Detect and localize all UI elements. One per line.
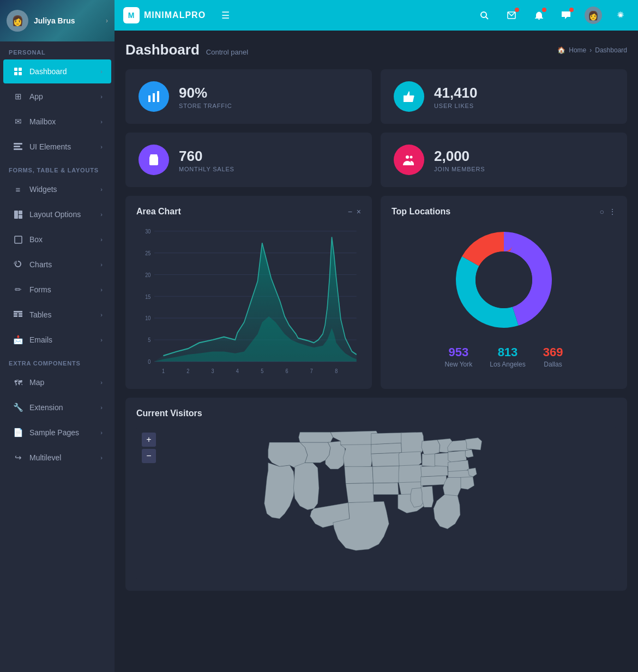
donut-chart-actions: ○ ⋮ <box>600 207 616 216</box>
settings-button[interactable] <box>612 7 629 24</box>
sidebar-item-forms[interactable]: ✏ Forms › <box>3 278 111 302</box>
more-icon[interactable]: ⋮ <box>609 207 616 216</box>
dashboard-icon <box>12 65 24 77</box>
brand-name: MINIMALPRO <box>144 10 206 20</box>
stat-grid: 90% STORE TRAFFIC 41,410 USER LIKES 76 <box>125 69 627 187</box>
legend-item-dallas: 369 Dallas <box>543 345 563 368</box>
chart-actions: − × <box>348 207 361 216</box>
svg-text:4: 4 <box>236 367 239 374</box>
sidebar-item-box[interactable]: Box › <box>3 227 111 251</box>
breadcrumb-home: Home <box>569 46 586 54</box>
sidebar-item-map[interactable]: 🗺 Map › <box>3 370 111 394</box>
sidebar-item-label: Tables <box>29 310 100 319</box>
chevron-right-icon: › <box>100 337 103 343</box>
extra-section-label: EXTRA COMPONENTS <box>0 352 115 370</box>
chevron-right-icon: › <box>100 93 103 100</box>
zoom-in-button[interactable]: + <box>142 433 156 447</box>
map-controls: + − <box>142 433 156 463</box>
svg-text:5: 5 <box>261 367 263 374</box>
stat-info: 41,410 USER LIKES <box>434 85 478 109</box>
sidebar-item-label: UI Elements <box>29 142 100 151</box>
multilevel-icon: ↪ <box>12 452 24 464</box>
svg-point-26 <box>410 156 413 159</box>
la-value: 813 <box>498 345 518 359</box>
stat-info: 760 MONTHLY SALES <box>179 148 234 172</box>
chat-button[interactable] <box>557 7 575 24</box>
brand: M MINIMALPRO <box>123 7 206 23</box>
svg-text:30: 30 <box>145 227 151 235</box>
sidebar-item-mailbox[interactable]: ✉ Mailbox › <box>3 110 111 134</box>
svg-line-17 <box>486 17 488 19</box>
page-title: Dashboard <box>125 41 200 58</box>
bell-button[interactable] <box>530 7 547 24</box>
stat-card-likes: 41,410 USER LIKES <box>381 69 627 124</box>
sidebar-item-multilevel[interactable]: ↪ Multilevel › <box>3 446 111 470</box>
chevron-right-icon: › <box>100 236 103 243</box>
email-badge <box>515 8 519 12</box>
svg-rect-10 <box>15 236 22 243</box>
svg-text:5: 5 <box>148 336 151 343</box>
sales-icon-circle <box>139 145 169 175</box>
chevron-right-icon: › <box>100 404 103 411</box>
sidebar-item-app[interactable]: ⊞ App › <box>3 85 111 109</box>
chevron-right-icon: › <box>100 118 103 125</box>
topnav: M MINIMALPRO ☰ 👩 <box>115 0 638 31</box>
stat-value: 760 <box>179 148 234 165</box>
sidebar-user[interactable]: 👩 Juliya Brus › <box>0 0 115 41</box>
minimize-button[interactable]: − <box>348 207 352 216</box>
chevron-right-icon: › <box>100 379 103 386</box>
user-avatar-button[interactable]: 👩 <box>585 7 602 24</box>
breadcrumb-separator: › <box>589 46 592 54</box>
sidebar-item-emails[interactable]: 📩 Emails › <box>3 328 111 352</box>
chevron-right-icon: › <box>100 186 103 193</box>
forms-icon: ✏ <box>12 284 24 296</box>
sidebar-item-label: Widgets <box>29 185 100 194</box>
stat-label: MONTHLY SALES <box>179 166 234 172</box>
chat-badge <box>569 8 574 12</box>
search-button[interactable] <box>476 7 493 24</box>
area-chart-title: Area Chart <box>136 207 181 217</box>
sidebar-item-dashboard[interactable]: Dashboard › <box>3 59 111 83</box>
stat-card-traffic: 90% STORE TRAFFIC <box>125 69 372 124</box>
sidebar-item-charts[interactable]: Charts › <box>3 253 111 277</box>
svg-rect-22 <box>153 93 155 102</box>
sidebar-item-tables[interactable]: Tables › <box>3 303 111 327</box>
close-button[interactable]: × <box>357 207 361 216</box>
email-button[interactable] <box>503 7 520 24</box>
donut-chart-title: Top Locations <box>392 207 450 217</box>
donut-chart-card: Top Locations ○ ⋮ <box>381 196 627 389</box>
donut-container: 953 New York 813 Los Angeles 369 Dallas <box>392 225 616 368</box>
sidebar-item-sample-pages[interactable]: 📄 Sample Pages › <box>3 421 111 445</box>
sidebar-item-label: Map <box>29 378 100 387</box>
hamburger-button[interactable]: ☰ <box>216 7 234 24</box>
refresh-icon[interactable]: ○ <box>600 207 604 216</box>
sidebar-item-widgets[interactable]: ≡ Widgets › <box>3 177 111 201</box>
svg-text:2: 2 <box>186 367 189 374</box>
page-subtitle: Control panel <box>206 48 248 56</box>
svg-text:1: 1 <box>162 367 165 374</box>
area-chart-header: Area Chart − × <box>136 207 361 217</box>
svg-rect-9 <box>19 215 22 219</box>
sidebar-item-layout[interactable]: Layout Options › <box>3 202 111 226</box>
visitors-card: Current Visitors + − <box>125 398 627 591</box>
chevron-right-icon: › <box>100 68 103 75</box>
svg-rect-12 <box>14 313 17 315</box>
chevron-right-icon: › <box>106 17 108 25</box>
donut-svg <box>449 225 558 334</box>
legend-item-new-york: 953 New York <box>445 345 473 368</box>
svg-rect-2 <box>14 72 17 75</box>
chevron-right-icon: › <box>100 429 103 436</box>
zoom-out-button[interactable]: − <box>142 449 156 463</box>
charts-row: Area Chart − × <box>125 196 627 389</box>
svg-rect-4 <box>14 143 22 145</box>
emails-icon: 📩 <box>12 334 24 346</box>
forms-section-label: FORMS, TABLE & LAYOUTS <box>0 159 115 177</box>
sidebar-item-extension[interactable]: 🔧 Extension › <box>3 395 111 419</box>
la-label: Los Angeles <box>490 361 525 368</box>
sidebar-item-ui-elements[interactable]: UI Elements › <box>3 135 111 159</box>
ui-elements-icon <box>12 141 24 153</box>
svg-rect-5 <box>14 146 20 147</box>
sidebar-item-label: Multilevel <box>29 453 100 462</box>
sidebar-item-label: Forms <box>29 285 100 294</box>
stat-label: JOIN MEMBERS <box>434 166 485 172</box>
